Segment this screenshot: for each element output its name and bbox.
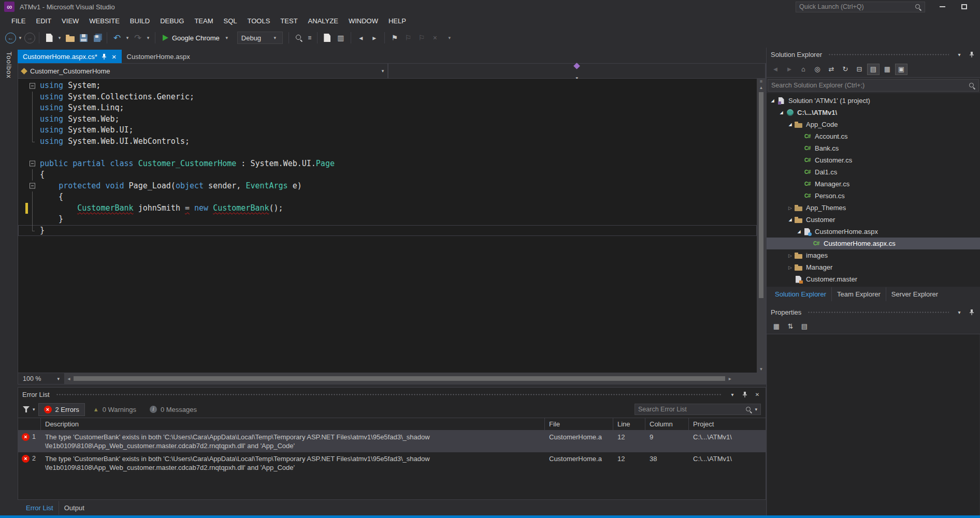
pin-icon[interactable] <box>968 52 976 57</box>
se-search-input[interactable] <box>771 82 966 89</box>
menu-item-build[interactable]: BUILD <box>125 14 155 27</box>
code-line-4[interactable]: using System.Web; <box>18 114 757 125</box>
quick-launch-input[interactable] <box>799 3 912 10</box>
code-line-5[interactable]: using System.Web.UI; <box>18 125 757 136</box>
menu-item-sql[interactable]: SQL <box>219 14 242 27</box>
scroll-up-arrow[interactable]: ▲ <box>759 84 763 91</box>
expander-expanded-icon[interactable]: ◢ <box>769 98 776 103</box>
scroll-down-arrow[interactable]: ▼ <box>759 366 763 373</box>
nav-forward-icon[interactable]: ► <box>783 64 796 75</box>
new-file-dropdown-caret[interactable]: ▾ <box>56 35 63 40</box>
type-dropdown[interactable]: Customer_CustomerHome ▾ <box>18 64 388 78</box>
code-line-9[interactable]: { <box>18 169 757 181</box>
code-line-12[interactable]: CustomerBank johnSmith = new CustomerBan… <box>18 203 757 214</box>
code-line-13[interactable]: } <box>18 214 757 225</box>
code-line-14[interactable]: } <box>18 225 757 236</box>
menu-item-edit[interactable]: EDIT <box>31 14 56 27</box>
clear-bookmarks-icon[interactable]: × <box>429 32 441 44</box>
menu-item-test[interactable]: TEST <box>275 14 302 27</box>
menu-item-help[interactable]: HELP <box>383 14 411 27</box>
tree-item-account-cs[interactable]: C#Account.cs <box>767 130 980 142</box>
warnings-filter-button[interactable]: ▲ 0 Warnings <box>88 404 141 416</box>
open-file-button[interactable] <box>64 32 76 44</box>
search-icon[interactable] <box>969 82 975 89</box>
redo-icon[interactable]: ↷ <box>132 32 144 44</box>
code-line-8[interactable]: public partial class Customer_CustomerHo… <box>18 158 757 170</box>
home-icon[interactable]: ⌂ <box>797 64 810 75</box>
property-pages-icon[interactable]: ▤ <box>798 321 811 332</box>
run-dropdown-caret[interactable]: ▾ <box>223 35 230 40</box>
panel-tab-error-list[interactable]: Error List <box>21 501 59 515</box>
tree-item-customer-cs[interactable]: C#Customer.cs <box>767 154 980 166</box>
error-list-search-input[interactable] <box>638 406 743 413</box>
pin-icon[interactable] <box>968 309 976 315</box>
toolbar-overflow-caret[interactable]: ▾ <box>446 35 453 40</box>
zoom-dropdown[interactable]: 100 % ▾ <box>18 373 65 384</box>
splitter-handle[interactable]: ≡ <box>760 79 762 84</box>
nav-back-icon[interactable]: ← <box>5 33 16 43</box>
error-row-1[interactable]: ×1The type 'CustomerBank' exists in both… <box>18 431 766 452</box>
nav-forward-icon[interactable]: → <box>24 33 35 43</box>
tool-tab-solution-explorer[interactable]: Solution Explorer <box>770 287 831 301</box>
expander-collapsed-icon[interactable]: ▷ <box>786 265 794 270</box>
switch-views-icon[interactable]: ◎ <box>811 64 824 75</box>
close-icon[interactable]: × <box>112 53 117 61</box>
properties-icon[interactable]: ▦ <box>881 64 893 75</box>
search-icon[interactable] <box>915 4 921 10</box>
fold-box[interactable] <box>30 83 35 88</box>
tool-tab-team-explorer[interactable]: Team Explorer <box>831 287 886 301</box>
messages-filter-button[interactable]: i 0 Messages <box>145 404 202 416</box>
code-area[interactable]: using System;using System.Collections.Ge… <box>18 79 766 373</box>
code-line-6[interactable]: using System.Web.UI.WebControls; <box>18 136 757 147</box>
menu-item-view[interactable]: VIEW <box>56 14 84 27</box>
doc-tab-customerhome-aspx-cs[interactable]: CustomerHome.aspx.cs*× <box>18 50 122 63</box>
bookmark-icon[interactable]: ⚑ <box>388 32 401 44</box>
scrollbar-thumb[interactable] <box>74 376 725 381</box>
code-lines[interactable]: using System;using System.Collections.Ge… <box>18 79 757 373</box>
scroll-left-arrow[interactable]: ◂ <box>65 376 73 381</box>
categorized-icon[interactable]: ▦ <box>770 321 783 332</box>
column-header-file[interactable]: File <box>545 418 613 430</box>
tree-item-manager-cs[interactable]: C#Manager.cs <box>767 178 980 190</box>
sync-with-active-document-icon[interactable]: ⇄ <box>825 64 838 75</box>
scroll-right-arrow[interactable]: ▸ <box>726 376 734 381</box>
tree-item-manager[interactable]: ▷Manager <box>767 261 980 273</box>
column-header-description[interactable]: Description <box>41 418 545 430</box>
filter-dropdown-caret[interactable]: ▾ <box>33 407 35 412</box>
vertical-scrollbar[interactable]: ≡ ▲ ▼ <box>757 79 766 373</box>
errors-filter-button[interactable]: × 2 Errors <box>38 403 85 416</box>
nav-back-dropdown-caret[interactable]: ▾ <box>17 35 23 40</box>
menu-item-tools[interactable]: TOOLS <box>242 14 276 27</box>
se-search[interactable] <box>768 79 979 92</box>
tree-item-solution-atmv1-1-project[interactable]: ◢Solution 'ATMv1' (1 project) <box>767 95 980 107</box>
fold-box[interactable] <box>30 183 35 189</box>
previous-bookmark-icon[interactable]: ⚐ <box>402 32 414 44</box>
preview-selected-items-icon[interactable]: ▣ <box>895 64 907 75</box>
menu-item-file[interactable]: FILE <box>6 14 31 27</box>
navigate-backward-icon[interactable]: ◂ <box>355 32 367 44</box>
save-button[interactable] <box>77 32 90 44</box>
minimize-button[interactable] <box>935 2 949 12</box>
code-line-7[interactable] <box>18 147 757 158</box>
search-dropdown-caret[interactable]: ▾ <box>755 407 757 412</box>
doc-tab-customerhome-aspx[interactable]: CustomerHome.aspx <box>122 50 195 63</box>
window-position-dropdown[interactable]: ▾ <box>955 52 963 57</box>
code-line-2[interactable]: using System.Collections.Generic; <box>18 92 757 103</box>
nav-back-icon[interactable]: ◄ <box>769 64 782 75</box>
column-header-column[interactable]: Column <box>645 418 689 430</box>
column-header-project[interactable]: Project <box>689 418 766 430</box>
code-line-1[interactable]: using System; <box>18 80 757 92</box>
tree-item-customer-master[interactable]: Customer.master <box>767 273 980 285</box>
redo-dropdown-caret[interactable]: ▾ <box>145 35 151 40</box>
save-all-button[interactable] <box>91 32 103 44</box>
database-icon[interactable]: ▥ <box>335 32 347 44</box>
show-all-files-icon[interactable]: ▤ <box>867 64 880 75</box>
expander-expanded-icon[interactable]: ◢ <box>786 217 794 222</box>
new-file-button[interactable] <box>43 32 55 44</box>
filter-icon[interactable] <box>23 406 30 412</box>
tree-item-dal1-cs[interactable]: C#Dal1.cs <box>767 166 980 178</box>
menu-item-analyze[interactable]: ANALYZE <box>303 14 343 27</box>
tree-item-customerhome-aspx[interactable]: ◢CustomerHome.aspx <box>767 226 980 238</box>
error-row-2[interactable]: ×2The type 'CustomerBank' exists in both… <box>18 452 766 474</box>
expander-expanded-icon[interactable]: ◢ <box>795 229 803 234</box>
